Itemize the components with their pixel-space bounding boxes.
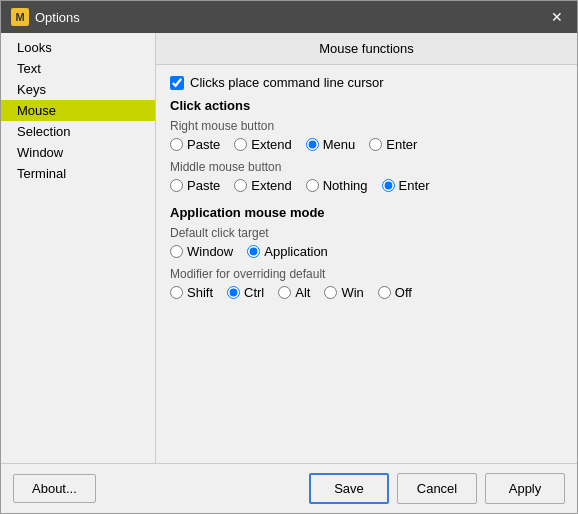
middle-mouse-label: Middle mouse button	[170, 160, 563, 174]
footer: About... Save Cancel Apply	[1, 463, 577, 513]
right-mouse-options: Paste Extend Menu	[170, 137, 563, 152]
middle-nothing-option[interactable]: Nothing	[306, 178, 368, 193]
panel-body: Clicks place command line cursor Click a…	[156, 65, 577, 463]
apply-button[interactable]: Apply	[485, 473, 565, 504]
cancel-button[interactable]: Cancel	[397, 473, 477, 504]
middle-mouse-options: Paste Extend Nothing	[170, 178, 563, 193]
modifier-win-label: Win	[341, 285, 363, 300]
panel-header: Mouse functions	[156, 33, 577, 65]
right-paste-label: Paste	[187, 137, 220, 152]
modifier-alt-option[interactable]: Alt	[278, 285, 310, 300]
command-line-cursor-checkbox[interactable]	[170, 76, 184, 90]
right-menu-label: Menu	[323, 137, 356, 152]
middle-nothing-radio[interactable]	[306, 179, 319, 192]
click-window-option[interactable]: Window	[170, 244, 233, 259]
middle-extend-option[interactable]: Extend	[234, 178, 291, 193]
modifier-alt-radio[interactable]	[278, 286, 291, 299]
click-application-radio[interactable]	[247, 245, 260, 258]
right-enter-label: Enter	[386, 137, 417, 152]
modifier-section: Modifier for overriding default Shift Ct…	[170, 267, 563, 300]
click-actions-label: Click actions	[170, 98, 563, 113]
modifier-label: Modifier for overriding default	[170, 267, 563, 281]
middle-mouse-section: Middle mouse button Paste Extend	[170, 160, 563, 193]
footer-left: About...	[13, 474, 96, 503]
right-enter-radio[interactable]	[369, 138, 382, 151]
click-application-option[interactable]: Application	[247, 244, 328, 259]
right-extend-option[interactable]: Extend	[234, 137, 291, 152]
middle-paste-label: Paste	[187, 178, 220, 193]
default-click-section: Default click target Window Application	[170, 226, 563, 259]
middle-enter-label: Enter	[399, 178, 430, 193]
middle-enter-option[interactable]: Enter	[382, 178, 430, 193]
modifier-ctrl-label: Ctrl	[244, 285, 264, 300]
modifier-off-label: Off	[395, 285, 412, 300]
modifier-off-option[interactable]: Off	[378, 285, 412, 300]
app-icon: M	[11, 8, 29, 26]
click-window-label: Window	[187, 244, 233, 259]
right-extend-radio[interactable]	[234, 138, 247, 151]
save-button[interactable]: Save	[309, 473, 389, 504]
modifier-ctrl-radio[interactable]	[227, 286, 240, 299]
default-click-options: Window Application	[170, 244, 563, 259]
modifier-off-radio[interactable]	[378, 286, 391, 299]
modifier-shift-radio[interactable]	[170, 286, 183, 299]
right-enter-option[interactable]: Enter	[369, 137, 417, 152]
sidebar-item-looks[interactable]: Looks	[1, 37, 155, 58]
click-application-label: Application	[264, 244, 328, 259]
middle-paste-option[interactable]: Paste	[170, 178, 220, 193]
footer-right: Save Cancel Apply	[309, 473, 565, 504]
middle-extend-radio[interactable]	[234, 179, 247, 192]
click-actions-section: Click actions Right mouse button Paste E…	[170, 98, 563, 193]
right-extend-label: Extend	[251, 137, 291, 152]
right-paste-radio[interactable]	[170, 138, 183, 151]
sidebar-item-selection[interactable]: Selection	[1, 121, 155, 142]
middle-nothing-label: Nothing	[323, 178, 368, 193]
right-menu-option[interactable]: Menu	[306, 137, 356, 152]
sidebar-item-terminal[interactable]: Terminal	[1, 163, 155, 184]
right-mouse-section: Right mouse button Paste Extend	[170, 119, 563, 152]
middle-extend-label: Extend	[251, 178, 291, 193]
modifier-ctrl-option[interactable]: Ctrl	[227, 285, 264, 300]
app-mouse-section: Application mouse mode Default click tar…	[170, 205, 563, 300]
modifier-options: Shift Ctrl Alt	[170, 285, 563, 300]
middle-paste-radio[interactable]	[170, 179, 183, 192]
main-panel: Mouse functions Clicks place command lin…	[156, 33, 577, 463]
sidebar-item-window[interactable]: Window	[1, 142, 155, 163]
close-button[interactable]: ✕	[547, 7, 567, 27]
click-window-radio[interactable]	[170, 245, 183, 258]
about-button[interactable]: About...	[13, 474, 96, 503]
options-window: M Options ✕ Looks Text Keys Mouse Select…	[0, 0, 578, 514]
content-area: Looks Text Keys Mouse Selection Window T…	[1, 33, 577, 463]
sidebar-item-mouse[interactable]: Mouse	[1, 100, 155, 121]
modifier-win-option[interactable]: Win	[324, 285, 363, 300]
right-menu-radio[interactable]	[306, 138, 319, 151]
title-bar-left: M Options	[11, 8, 80, 26]
checkbox-label: Clicks place command line cursor	[190, 75, 384, 90]
modifier-shift-option[interactable]: Shift	[170, 285, 213, 300]
app-mouse-label: Application mouse mode	[170, 205, 563, 220]
sidebar-item-keys[interactable]: Keys	[1, 79, 155, 100]
default-click-label: Default click target	[170, 226, 563, 240]
modifier-shift-label: Shift	[187, 285, 213, 300]
middle-enter-radio[interactable]	[382, 179, 395, 192]
window-title: Options	[35, 10, 80, 25]
modifier-win-radio[interactable]	[324, 286, 337, 299]
sidebar: Looks Text Keys Mouse Selection Window T…	[1, 33, 156, 463]
right-paste-option[interactable]: Paste	[170, 137, 220, 152]
title-bar: M Options ✕	[1, 1, 577, 33]
checkbox-row: Clicks place command line cursor	[170, 75, 563, 90]
right-mouse-label: Right mouse button	[170, 119, 563, 133]
modifier-alt-label: Alt	[295, 285, 310, 300]
sidebar-item-text[interactable]: Text	[1, 58, 155, 79]
